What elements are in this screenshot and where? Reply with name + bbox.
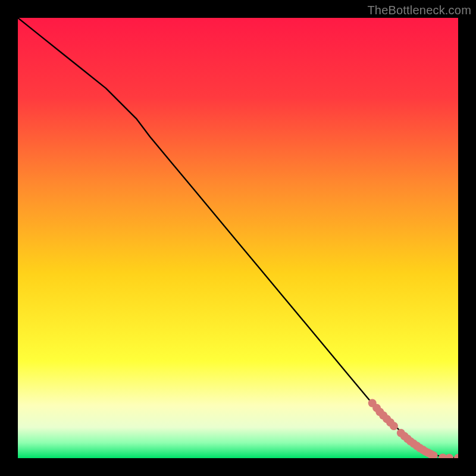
- scatter-points: [368, 399, 458, 459]
- plot-area: [18, 18, 458, 458]
- svg-point-22: [454, 454, 458, 458]
- svg-point-21: [445, 454, 453, 458]
- curve-line: [18, 18, 458, 458]
- chart-stage: TheBottleneck.com: [0, 0, 476, 476]
- watermark-text: TheBottleneck.com: [367, 4, 471, 17]
- svg-point-7: [390, 422, 398, 430]
- chart-overlay: [18, 18, 458, 458]
